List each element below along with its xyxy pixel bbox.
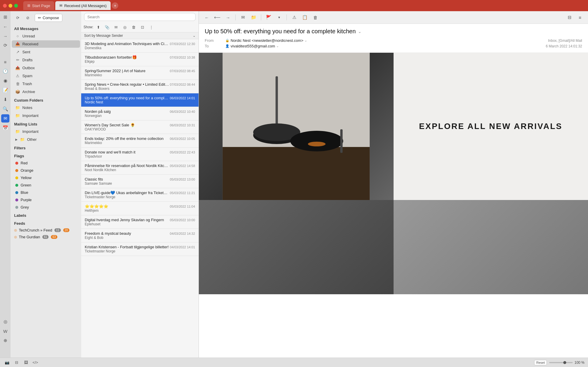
zoom-slider[interactable] [549,362,573,363]
feed-guardian[interactable]: ◎ The Gurdian 61 63 [11,234,81,240]
close-button[interactable] [3,4,7,8]
bottom-layout-button[interactable]: ⊟ [13,359,20,366]
message-item-4[interactable]: Up to 50% off: everything you need for a… [81,93,199,107]
compose-button[interactable]: ✏ Compose [35,14,62,22]
sidebar-item-ml-important[interactable]: 📁 Important [12,128,80,135]
search-input[interactable] [84,13,196,21]
reply-button[interactable]: ← [202,13,211,22]
nav-icon-calendar[interactable]: 📅 [1,124,9,132]
message-item-11[interactable]: Din LIVE-guide💙 Ukas anbefalinger fra Ti… [81,188,199,202]
sidebar-item-sent[interactable]: ↗ Sent [12,48,80,56]
subject-dropdown-icon[interactable]: ⌄ [358,29,362,34]
nav-icon-add[interactable]: ⊕ [1,336,9,345]
sort-chevron-icon[interactable]: ⌄ [193,34,196,38]
bottom-image-button[interactable]: 🖼 [22,359,29,366]
nav-icon-refresh[interactable]: ⟳ [1,41,9,49]
message-date-1: 07/03/2022 10:38 [170,56,195,59]
message-item-2[interactable]: Spring/Summer 2022 | Art of Nature 07/03… [81,66,199,80]
copy-button[interactable]: 📋 [300,13,309,22]
flag-orange[interactable]: Orange [12,167,80,174]
tab-start-page[interactable]: ⊞ Start Page [23,1,54,10]
nav-icon-mail[interactable]: ✉ [1,114,9,123]
message-item-0[interactable]: 3D Modeling and Animation Techniques wit… [81,39,199,53]
maximize-button[interactable] [14,4,18,8]
reset-button[interactable]: Reset [534,360,547,365]
filter-extra-button[interactable]: ⋮ [147,23,155,31]
add-tab-button[interactable]: + [112,2,118,9]
feed-techcrunch[interactable]: ◎ TechCrunch » Feed 11 20 [11,227,81,234]
message-item-1[interactable]: Tilbudsbonanzaen fortsetter🎁 07/03/2022 … [81,53,199,66]
message-item-7[interactable]: Ends today: 20% off the entire home coll… [81,134,199,148]
flag-blue[interactable]: Blue [12,189,80,196]
message-item-13[interactable]: Digital hverdag med Jenny Skavlan og Fin… [81,215,199,229]
sort-label[interactable]: Sort by Message Sender [84,34,123,38]
flag-yellow[interactable]: Yellow [12,174,80,181]
sidebar-item-ml-other[interactable]: ▶ 📁 Other [12,136,80,143]
reply-all-button[interactable]: ⟵ [213,13,222,22]
filter-delete-button[interactable]: 🗑 [130,23,137,31]
message-item-8[interactable]: Donate now and we'll match it 05/03/2022… [81,148,199,161]
tag-button[interactable]: ▾ [275,13,284,22]
nav-icon-list[interactable]: ≡ [1,58,9,66]
message-sender-10: Samsøe Samsøe [85,181,195,186]
nav-icon-back[interactable]: ← [1,22,9,31]
filter-mail-button[interactable]: ✉ [112,23,120,31]
message-item-12[interactable]: ⭐⭐⭐⭐⭐ 05/03/2022 11:04 Helthjem [81,202,199,215]
sidebar-item-spam[interactable]: ⚠ Spam [12,72,80,80]
spam-button[interactable]: ⚠ [290,13,299,22]
sidebar-item-received[interactable]: 📥 Received [12,40,80,48]
flag-grey[interactable]: Grey [12,204,80,211]
nav-icon-note[interactable]: 📝 [1,86,9,94]
nav-icon-rss[interactable]: ◎ [1,318,9,326]
main-layout: ⊞ ← → ⟳ ≡ 🕐 ◉ 📝 ⬇ 🔍 ✉ 📅 ◎ W ⊕ ⟳ ⊘ ✏ Comp… [0,11,588,358]
bottom-camera-button[interactable]: 📷 [4,359,11,366]
message-item-6[interactable]: Women's Day Secret Sale 🌻 06/03/2022 10:… [81,120,199,134]
message-item-15[interactable]: Kristian Kristensen - Fortsatt tilgjenge… [81,242,199,256]
notes-icon: 📁 [15,105,20,110]
sidebar-item-outbox[interactable]: 📤 Outbox [12,64,80,72]
nav-icon-download[interactable]: ⬇ [1,95,9,104]
sidebar-item-important[interactable]: 📁 Important [12,112,80,119]
flag-purple[interactable]: Purple [12,196,80,203]
bottom-code-button[interactable]: </> [32,359,39,366]
sidebar-item-trash[interactable]: 🗑 Trash [12,80,80,87]
sidebar-refresh-button[interactable]: ⟳ [14,14,22,22]
nav-icon-search[interactable]: 🔍 [1,105,9,113]
menu-button[interactable]: ≡ [576,13,584,22]
nav-icon-bookmark[interactable]: ◉ [1,77,9,85]
minimize-button[interactable] [9,4,12,8]
forward-button[interactable]: → [224,13,232,22]
nav-icon-grid[interactable]: ⊞ [1,13,9,21]
sidebar-item-drafts[interactable]: ✏ Drafts [12,56,80,64]
message-item-9[interactable]: Påminnelse för reservation på Noot Nordi… [81,161,199,175]
tab-received[interactable]: ✉ Received (All Messages) [55,1,111,10]
compose-new-button[interactable]: ✉ [239,13,247,22]
feed-guardian-badge1: 61 [42,235,49,239]
filter-rss-button[interactable]: ◎ [121,23,129,31]
feed-techcrunch-label: TechCrunch » Feed [19,228,52,232]
message-item-14[interactable]: Freedom & mystical beauty 04/03/2022 14:… [81,229,199,242]
flag-button[interactable]: 🚩 [264,13,273,22]
flag-red[interactable]: Red [12,160,80,166]
zoom-slider-thumb[interactable] [563,361,566,364]
sidebar-filter-button[interactable]: ⊘ [24,14,32,22]
messages-container: 3D Modeling and Animation Techniques wit… [81,39,199,256]
sidebar-item-unread[interactable]: ○ Unread [12,32,80,40]
message-item-5[interactable]: Norden på salg 06/03/2022 10:40 Norwegia… [81,107,199,120]
to-dropdown-icon[interactable]: ⌄ [276,44,279,48]
sidebar-item-archive[interactable]: 📦 Archive [12,88,80,95]
message-item-10[interactable]: Classic fits 05/03/2022 13:00 Samsøe Sam… [81,175,199,188]
from-dropdown-icon[interactable]: ⌄ [304,39,307,42]
flag-green[interactable]: Green [12,182,80,189]
filter-starred-button[interactable]: ⬆ [94,23,102,31]
message-item-3[interactable]: Spring News • Crew-Neck regular • Limite… [81,80,199,93]
nav-icon-wiki[interactable]: W [1,327,9,335]
nav-icon-forward[interactable]: → [1,32,9,40]
layout-button[interactable]: ⊟ [565,13,574,22]
filter-attachment-button[interactable]: 📎 [103,23,111,31]
sidebar-item-notes[interactable]: 📁 Notes [12,104,80,111]
move-button[interactable]: 📁 [249,13,258,22]
filter-copy-button[interactable]: ⊡ [139,23,146,31]
delete-button[interactable]: 🗑 [311,13,320,22]
nav-icon-clock[interactable]: 🕐 [1,67,9,75]
